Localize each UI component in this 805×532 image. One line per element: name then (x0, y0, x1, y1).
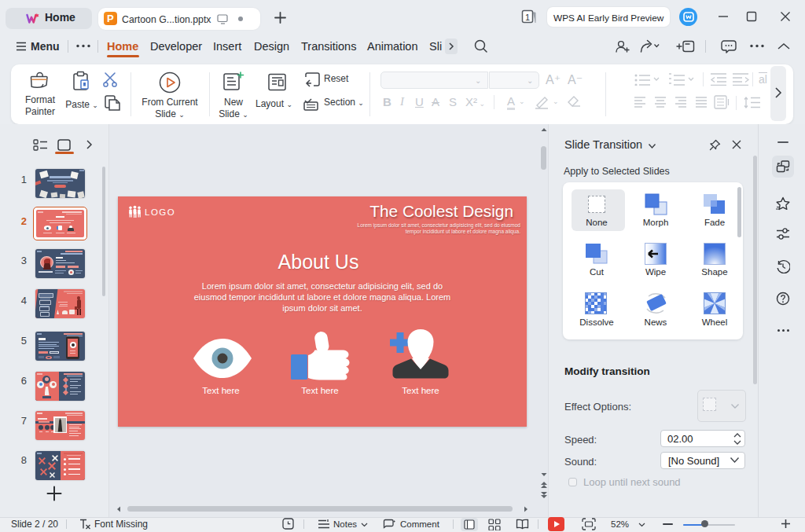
svg-text:1: 1 (525, 13, 530, 22)
